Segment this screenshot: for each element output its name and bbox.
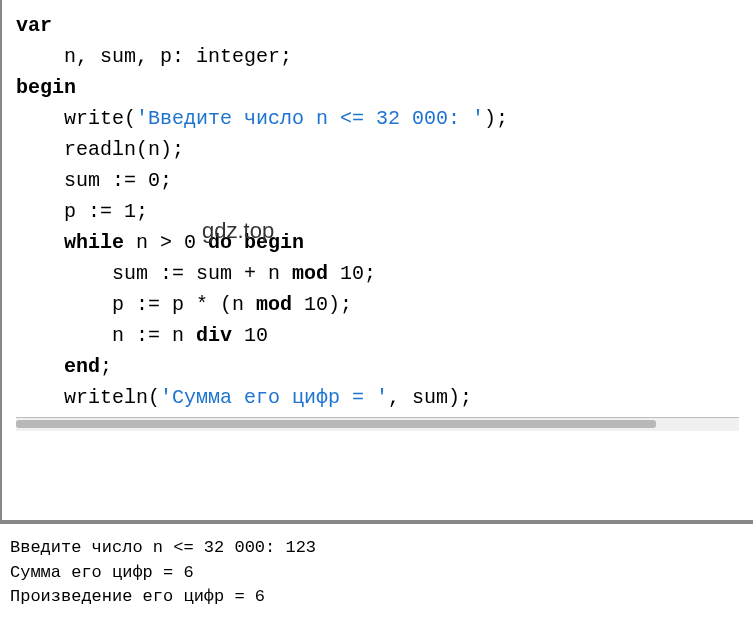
keyword-mod: mod: [292, 262, 328, 285]
console-output-panel: Введите число n <= 32 000: 123 Сумма его…: [0, 522, 753, 618]
code-line: p := 1;: [16, 196, 739, 227]
output-line: Сумма его цифр = 6: [10, 561, 743, 586]
code-line: sum := sum + n mod 10;: [16, 258, 739, 289]
code-editor-panel[interactable]: var n, sum, p: integer; begin write('Вве…: [0, 0, 753, 522]
code-line: sum := 0;: [16, 165, 739, 196]
keyword-do-begin: do begin: [208, 231, 304, 254]
code-line: writeln('Сумма его цифр = ', sum);: [16, 382, 739, 413]
string-literal: 'Введите число n <= 32 000: ': [136, 107, 484, 130]
string-literal: 'Сумма его цифр = ': [160, 386, 388, 409]
keyword-var: var: [16, 14, 52, 37]
code-line: var: [16, 10, 739, 41]
code-line: p := p * (n mod 10);: [16, 289, 739, 320]
code-line: write('Введите число n <= 32 000: ');: [16, 103, 739, 134]
keyword-while: while: [64, 231, 124, 254]
output-line: Произведение его цифр = 6: [10, 585, 743, 610]
code-line: n, sum, p: integer;: [16, 41, 739, 72]
keyword-mod: mod: [256, 293, 292, 316]
keyword-div: div: [196, 324, 232, 347]
code-line: end;: [16, 351, 739, 382]
code-line: begin: [16, 72, 739, 103]
code-line: while n > 0 do begin: [16, 227, 739, 258]
code-line: readln(n);: [16, 134, 739, 165]
keyword-end: end: [64, 355, 100, 378]
keyword-begin: begin: [16, 76, 76, 99]
code-line: n := n div 10: [16, 320, 739, 351]
horizontal-scrollbar[interactable]: [16, 417, 739, 431]
scrollbar-thumb[interactable]: [16, 420, 656, 428]
output-line: Введите число n <= 32 000: 123: [10, 536, 743, 561]
